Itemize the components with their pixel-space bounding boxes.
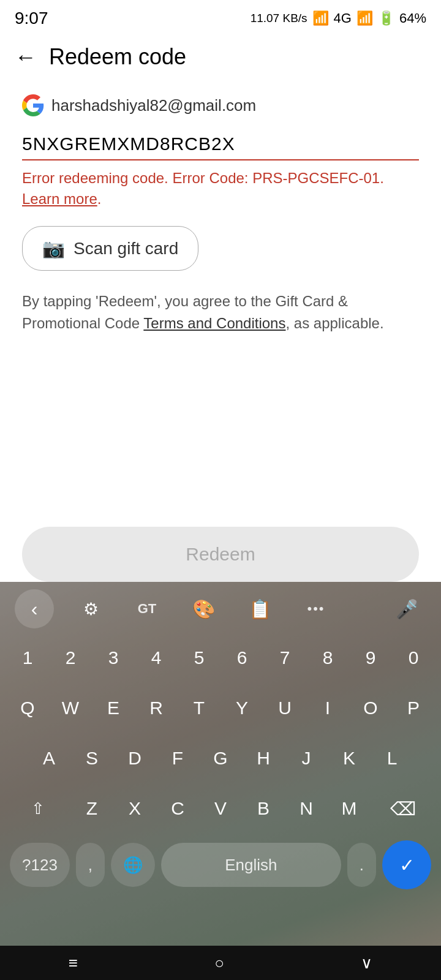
key-r[interactable]: R (137, 686, 176, 730)
key-q[interactable]: Q (8, 686, 47, 730)
camera-icon: 📷 (42, 238, 65, 259)
learn-more-link[interactable]: Learn more (22, 190, 97, 207)
keyboard-toolbar: ‹ ⚙ GT 🎨 📋 ••• 🎤 (0, 582, 441, 636)
key-row-numbers: 1 2 3 4 5 6 7 8 9 0 (5, 636, 436, 680)
status-time: 9:07 (15, 9, 48, 28)
account-row: harshadshiyal82@gmail.com (22, 94, 419, 116)
scan-button-label: Scan gift card (74, 239, 178, 258)
key-row-zxcv: ⇧ Z X C V B N M ⌫ (5, 786, 436, 831)
key-row-qwerty: Q W E R T Y U I O P (5, 686, 436, 730)
status-right: 11.07 KB/s 📶 4G 📶 🔋 64% (251, 10, 426, 26)
keyboard-back-icon: ‹ (31, 598, 38, 620)
key-1[interactable]: 1 (8, 636, 47, 680)
backspace-key[interactable]: ⌫ (372, 786, 434, 831)
status-bar: 9:07 11.07 KB/s 📶 4G 📶 🔋 64% (0, 0, 441, 34)
key-w[interactable]: W (51, 686, 90, 730)
terms-text: By tapping 'Redeem', you agree to the Gi… (22, 290, 419, 334)
code-input-wrapper (22, 129, 419, 160)
home-nav-button[interactable]: ○ (214, 954, 224, 973)
battery-icon: 🔋 (378, 10, 394, 26)
period-key[interactable]: . (347, 843, 376, 887)
keyboard-bottom-row: ?123 , 🌐 English . ✓ (0, 837, 441, 893)
key-n[interactable]: N (287, 786, 326, 831)
key-x[interactable]: X (115, 786, 154, 831)
keyboard-palette-button[interactable]: 🎨 (184, 589, 223, 628)
key-3[interactable]: 3 (94, 636, 133, 680)
content-area: harshadshiyal82@gmail.com Error redeemin… (0, 80, 441, 349)
key-row-asdf: A S D F G H J K L (5, 736, 436, 780)
page-title: Redeem code (49, 44, 186, 70)
keyboard-area: ‹ ⚙ GT 🎨 📋 ••• 🎤 1 2 3 (0, 582, 441, 980)
redeem-button[interactable]: Redeem (22, 527, 419, 582)
back-nav-button[interactable]: ∨ (361, 954, 372, 973)
symbols-key[interactable]: ?123 (10, 843, 70, 887)
key-h[interactable]: H (244, 736, 283, 780)
comma-key[interactable]: , (76, 843, 105, 887)
key-t[interactable]: T (179, 686, 219, 730)
keyboard-keys: 1 2 3 4 5 6 7 8 9 0 Q W E R T Y U I O P … (0, 636, 441, 831)
key-p[interactable]: P (394, 686, 433, 730)
key-m[interactable]: M (330, 786, 369, 831)
key-2[interactable]: 2 (51, 636, 90, 680)
google-logo (22, 94, 44, 116)
keyboard-more-button[interactable]: ••• (296, 589, 336, 628)
key-f[interactable]: F (158, 736, 197, 780)
key-9[interactable]: 9 (351, 636, 390, 680)
key-k[interactable]: K (330, 736, 369, 780)
key-v[interactable]: V (201, 786, 240, 831)
key-0[interactable]: 0 (394, 636, 433, 680)
palette-icon: 🎨 (192, 598, 215, 620)
mic-icon: 🎤 (396, 598, 418, 620)
error-message: Error redeeming code. Error Code: PRS-PG… (22, 168, 419, 209)
key-d[interactable]: D (115, 736, 154, 780)
key-8[interactable]: 8 (308, 636, 347, 680)
battery-level: 64% (399, 10, 426, 26)
key-a[interactable]: A (29, 736, 69, 780)
clipboard-icon: 📋 (249, 598, 271, 620)
network-type: 4G (334, 10, 352, 26)
key-5[interactable]: 5 (179, 636, 219, 680)
key-u[interactable]: U (265, 686, 304, 730)
toolbar: ← Redeem code (0, 34, 441, 80)
key-y[interactable]: Y (222, 686, 262, 730)
menu-nav-button[interactable]: ≡ (69, 954, 78, 973)
signal-icon: 📶 (312, 10, 329, 26)
key-l[interactable]: L (372, 736, 412, 780)
keyboard-toolbar-left: ‹ ⚙ GT 🎨 📋 ••• (15, 589, 336, 628)
globe-icon: 🌐 (123, 856, 143, 875)
keyboard-mic-button[interactable]: 🎤 (387, 589, 426, 628)
key-z[interactable]: Z (72, 786, 111, 831)
signal-icon2: 📶 (356, 10, 373, 26)
account-email: harshadshiyal82@gmail.com (51, 96, 256, 115)
key-b[interactable]: B (244, 786, 283, 831)
keyboard-settings-button[interactable]: ⚙ (71, 589, 110, 628)
key-s[interactable]: S (72, 736, 111, 780)
terms-link[interactable]: Terms and Conditions (143, 315, 285, 331)
scan-gift-card-button[interactable]: 📷 Scan gift card (22, 226, 198, 271)
key-i[interactable]: I (308, 686, 347, 730)
keyboard-clipboard-button[interactable]: 📋 (240, 589, 279, 628)
check-icon: ✓ (399, 854, 415, 876)
key-4[interactable]: 4 (137, 636, 176, 680)
key-6[interactable]: 6 (222, 636, 262, 680)
system-nav-bar: ≡ ○ ∨ (0, 946, 441, 980)
key-7[interactable]: 7 (265, 636, 304, 680)
globe-key[interactable]: 🌐 (111, 843, 155, 887)
network-speed: 11.07 KB/s (251, 12, 307, 25)
redeem-button-wrapper: Redeem (22, 527, 419, 582)
key-g[interactable]: G (201, 736, 240, 780)
translate-icon: GT (138, 601, 157, 617)
key-c[interactable]: C (158, 786, 197, 831)
settings-icon: ⚙ (83, 599, 99, 619)
keyboard-translate-button[interactable]: GT (127, 589, 167, 628)
code-input[interactable] (22, 129, 419, 160)
key-e[interactable]: E (94, 686, 133, 730)
enter-key[interactable]: ✓ (382, 840, 431, 889)
space-key[interactable]: English (161, 843, 341, 887)
back-button[interactable]: ← (15, 46, 37, 68)
shift-key[interactable]: ⇧ (7, 786, 69, 831)
more-icon: ••• (307, 601, 325, 617)
key-o[interactable]: O (351, 686, 390, 730)
keyboard-back-button[interactable]: ‹ (15, 589, 54, 628)
key-j[interactable]: J (287, 736, 326, 780)
